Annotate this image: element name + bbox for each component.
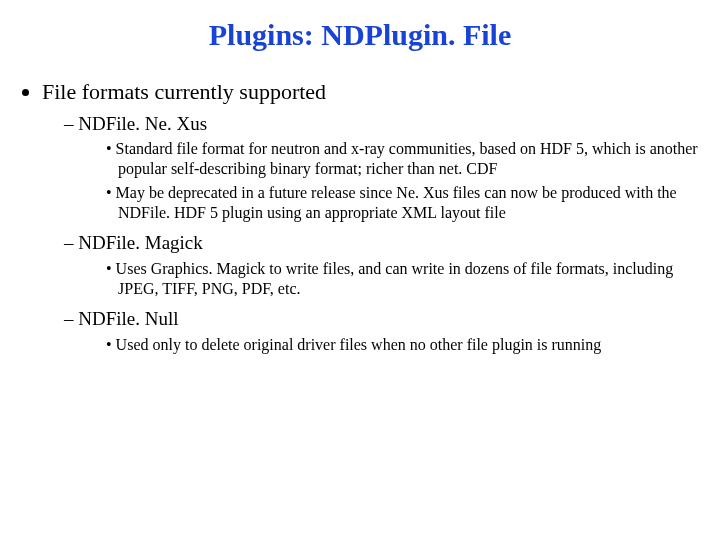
- list-item: NDFile. Ne. Xus Standard file format for…: [64, 112, 700, 224]
- list-item: Standard file format for neutron and x-r…: [106, 139, 700, 179]
- slide-title: Plugins: NDPlugin. File: [20, 18, 700, 52]
- bullet-list-level2: NDFile. Ne. Xus Standard file format for…: [42, 112, 700, 355]
- l2-text: NDFile. Ne. Xus: [78, 113, 207, 134]
- list-item: May be deprecated in a future release si…: [106, 183, 700, 223]
- l3-text: May be deprecated in a future release si…: [116, 184, 677, 221]
- l2-text: NDFile. Magick: [78, 232, 203, 253]
- bullet-list-level3: Standard file format for neutron and x-r…: [78, 139, 700, 223]
- l2-text: NDFile. Null: [78, 308, 178, 329]
- list-item: Uses Graphics. Magick to write files, an…: [106, 259, 700, 299]
- list-item: File formats currently supported NDFile.…: [42, 78, 700, 355]
- l3-text: Used only to delete original driver file…: [116, 336, 602, 353]
- list-item: NDFile. Magick Uses Graphics. Magick to …: [64, 231, 700, 299]
- bullet-list-level1: File formats currently supported NDFile.…: [24, 78, 700, 355]
- bullet-list-level3: Uses Graphics. Magick to write files, an…: [78, 259, 700, 299]
- l1-text: File formats currently supported: [42, 79, 326, 104]
- l3-text: Uses Graphics. Magick to write files, an…: [116, 260, 674, 297]
- l3-text: Standard file format for neutron and x-r…: [116, 140, 698, 177]
- list-item: NDFile. Null Used only to delete origina…: [64, 307, 700, 355]
- bullet-list-level3: Used only to delete original driver file…: [78, 335, 700, 355]
- slide: Plugins: NDPlugin. File File formats cur…: [0, 0, 720, 540]
- list-item: Used only to delete original driver file…: [106, 335, 700, 355]
